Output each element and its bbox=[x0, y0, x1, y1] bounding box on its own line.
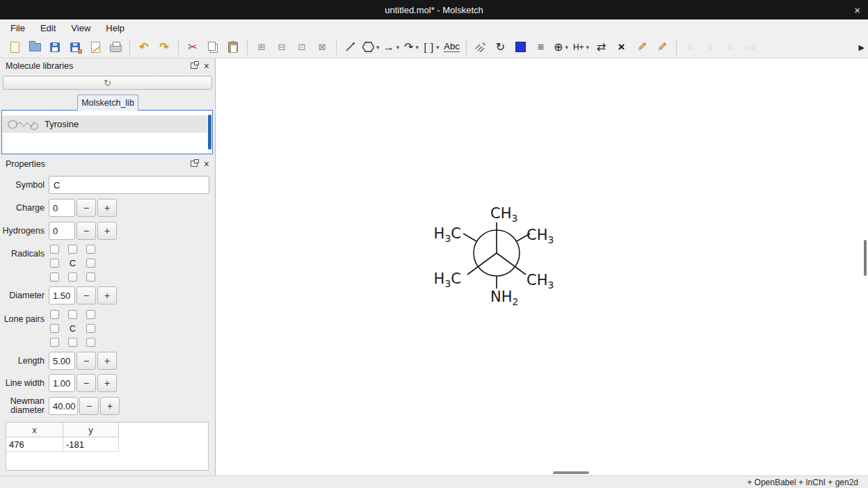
text-tool-button[interactable]: Abc bbox=[443, 38, 461, 56]
charge-value[interactable]: 0 bbox=[49, 199, 75, 217]
save-button[interactable] bbox=[46, 38, 64, 56]
hydrogens-decrement-button[interactable]: − bbox=[77, 222, 96, 240]
dock-close-icon[interactable]: × bbox=[204, 61, 209, 71]
mechanism-arrow-button[interactable]: ↷▾ bbox=[403, 38, 421, 56]
lone-pair-checkbox[interactable] bbox=[68, 310, 77, 319]
diameter-value[interactable]: 1.50 bbox=[49, 286, 75, 304]
export-button[interactable] bbox=[86, 38, 104, 56]
hatch-tool-button[interactable] bbox=[472, 38, 490, 56]
radical-checkbox[interactable] bbox=[86, 259, 95, 268]
dropdown-arrow-icon[interactable]: ▾ bbox=[586, 44, 590, 51]
newman-diameter-decrement-button[interactable]: − bbox=[79, 397, 99, 415]
diameter-increment-button[interactable]: + bbox=[97, 286, 117, 304]
cut-button[interactable]: ✂ bbox=[184, 38, 202, 56]
delete-tool-button[interactable]: × bbox=[613, 38, 631, 56]
coordinate-cell-y[interactable]: -181 bbox=[63, 437, 119, 452]
library-list[interactable]: Tyrosine bbox=[1, 110, 213, 154]
coordinate-cell-x[interactable]: 476 bbox=[6, 437, 63, 452]
flip-tool-button[interactable]: ⇄ bbox=[593, 38, 611, 56]
line-width-decrement-button[interactable]: − bbox=[77, 374, 96, 392]
close-window-icon[interactable]: × bbox=[854, 0, 860, 19]
radical-checkbox[interactable] bbox=[50, 259, 59, 268]
bracket-tool-button[interactable]: [ ]▾ bbox=[423, 38, 441, 56]
radical-checkbox[interactable] bbox=[86, 273, 95, 282]
toolbar-overflow-arrow-icon[interactable]: ▶ bbox=[859, 36, 865, 58]
symbol-input[interactable]: C bbox=[49, 176, 209, 194]
lone-pair-checkbox[interactable] bbox=[50, 338, 59, 347]
undo-button[interactable]: ↶ bbox=[135, 38, 153, 56]
length-decrement-button[interactable]: − bbox=[77, 352, 96, 370]
canvas-vertical-scrollbar[interactable] bbox=[864, 240, 867, 276]
library-item-tyrosine[interactable]: Tyrosine bbox=[3, 115, 207, 133]
lone-pair-checkbox[interactable] bbox=[50, 324, 59, 333]
atom-label-upper-right[interactable]: CH3 bbox=[527, 227, 554, 245]
radical-checkbox[interactable] bbox=[50, 273, 59, 282]
rotate-tool-button[interactable]: ↻ bbox=[492, 38, 510, 56]
length-increment-button[interactable]: + bbox=[97, 352, 117, 370]
ring-tool-button[interactable]: ▾ bbox=[362, 38, 380, 56]
transform-pencil-button-2[interactable] bbox=[653, 38, 671, 56]
length-value[interactable]: 5.00 bbox=[49, 352, 75, 370]
atom-label-upper-left[interactable]: H3C bbox=[434, 225, 461, 244]
lone-pair-checkbox[interactable] bbox=[50, 310, 59, 319]
transform-pencil-button-1[interactable] bbox=[633, 38, 651, 56]
zoom-reset-button[interactable]: ⊡ bbox=[293, 38, 311, 56]
charge-tool-button[interactable]: ⊕▾ bbox=[552, 38, 570, 56]
charge-decrement-button[interactable]: − bbox=[77, 199, 96, 217]
atom-label-top[interactable]: CH3 bbox=[490, 205, 517, 224]
lone-pair-checkbox[interactable] bbox=[86, 324, 95, 333]
hydrogen-tool-button[interactable]: H+▾ bbox=[572, 38, 590, 56]
dropdown-arrow-icon[interactable]: ▾ bbox=[565, 44, 568, 51]
zoom-out-button[interactable]: ⊟ bbox=[273, 38, 291, 56]
dock-close-icon[interactable]: × bbox=[204, 159, 209, 169]
column-header-x[interactable]: x bbox=[6, 423, 63, 437]
copy-button[interactable] bbox=[204, 38, 222, 56]
diameter-decrement-button[interactable]: − bbox=[77, 286, 96, 304]
hydrogens-increment-button[interactable]: + bbox=[97, 222, 117, 240]
drawing-canvas[interactable]: CH3H3CCH3H3CCH3NH2 bbox=[216, 58, 868, 475]
dock-float-icon[interactable] bbox=[191, 161, 198, 167]
menu-help[interactable]: Help bbox=[98, 21, 132, 35]
library-list-scrollbar[interactable] bbox=[208, 115, 211, 149]
atom-label-lower-left[interactable]: H3C bbox=[434, 270, 461, 289]
bond-back-upper-left[interactable] bbox=[463, 234, 476, 241]
dock-float-icon[interactable] bbox=[191, 63, 198, 69]
menu-file[interactable]: File bbox=[3, 21, 33, 35]
color-picker-button[interactable] bbox=[512, 38, 530, 56]
library-refresh-button[interactable]: ↻ bbox=[3, 76, 212, 90]
lone-pair-checkbox[interactable] bbox=[86, 338, 95, 347]
draw-tool-button[interactable] bbox=[341, 38, 360, 56]
hydrogens-value[interactable]: 0 bbox=[49, 222, 75, 240]
open-file-button[interactable] bbox=[26, 38, 44, 56]
radical-checkbox[interactable] bbox=[86, 245, 95, 254]
save-as-button[interactable] bbox=[66, 38, 84, 56]
menu-edit[interactable]: Edit bbox=[33, 21, 63, 35]
lone-pair-checkbox[interactable] bbox=[68, 338, 77, 347]
line-width-value[interactable]: 1.00 bbox=[49, 374, 75, 392]
title-bar[interactable]: untitled.mol* - Molsketch × bbox=[0, 0, 868, 19]
charge-increment-button[interactable]: + bbox=[97, 199, 117, 217]
newman-projection-molecule[interactable]: CH3H3CCH3H3CCH3NH2 bbox=[216, 58, 868, 475]
dropdown-arrow-icon[interactable]: ▾ bbox=[376, 44, 380, 51]
radical-checkbox[interactable] bbox=[68, 273, 77, 282]
new-file-button[interactable] bbox=[6, 38, 24, 56]
radical-checkbox[interactable] bbox=[68, 245, 77, 254]
atom-label-bottom[interactable]: NH2 bbox=[490, 288, 518, 307]
line-width-button[interactable]: ≡ bbox=[532, 38, 550, 56]
paste-button[interactable] bbox=[224, 38, 242, 56]
column-header-y[interactable]: y bbox=[63, 423, 119, 437]
zoom-in-button[interactable]: ⊞ bbox=[252, 38, 271, 56]
newman-diameter-value[interactable]: 40.00 bbox=[49, 397, 78, 415]
radical-checkbox[interactable] bbox=[50, 245, 59, 254]
lone-pair-checkbox[interactable] bbox=[86, 310, 95, 319]
library-tab-molsketch-lib[interactable]: Molsketch_lib bbox=[77, 95, 138, 111]
atom-label-lower-right[interactable]: CH3 bbox=[527, 272, 554, 291]
canvas-horizontal-scrollbar[interactable] bbox=[553, 471, 589, 474]
dropdown-arrow-icon[interactable]: ▾ bbox=[415, 44, 419, 51]
dropdown-arrow-icon[interactable]: ▾ bbox=[436, 44, 440, 51]
redo-button[interactable]: ↷ bbox=[155, 38, 173, 56]
newman-diameter-increment-button[interactable]: + bbox=[100, 397, 120, 415]
print-button[interactable] bbox=[106, 38, 124, 56]
line-width-increment-button[interactable]: + bbox=[97, 374, 117, 392]
zoom-fit-button[interactable]: ⊠ bbox=[313, 38, 331, 56]
